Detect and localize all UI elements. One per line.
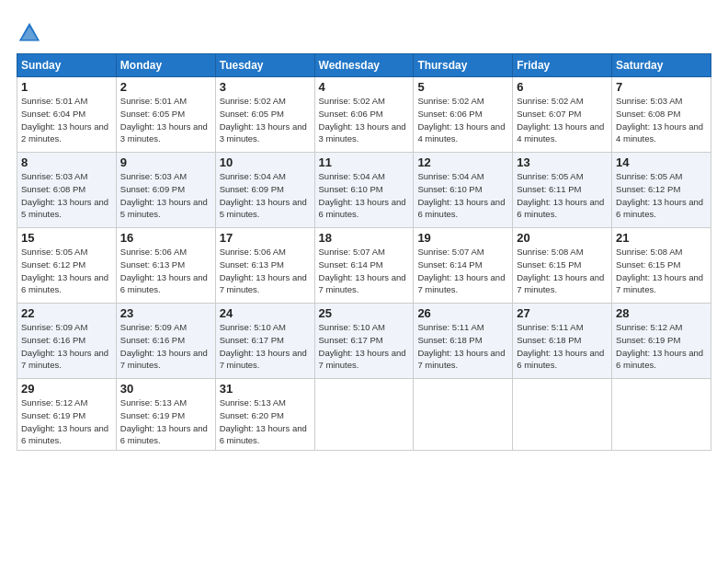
day-detail: Sunrise: 5:07 AMSunset: 6:14 PMDaylight:… (319, 246, 410, 296)
col-header-friday: Friday (513, 54, 612, 77)
day-cell: 18Sunrise: 5:07 AMSunset: 6:14 PMDayligh… (314, 228, 414, 304)
day-number: 29 (21, 382, 112, 396)
day-cell (414, 379, 513, 451)
calendar-table: SundayMondayTuesdayWednesdayThursdayFrid… (17, 53, 711, 451)
day-detail: Sunrise: 5:10 AMSunset: 6:17 PMDaylight:… (220, 321, 311, 372)
day-cell: 6Sunrise: 5:02 AMSunset: 6:07 PMDaylight… (513, 77, 612, 153)
day-cell: 25Sunrise: 5:10 AMSunset: 6:17 PMDayligh… (314, 304, 414, 379)
day-number: 30 (120, 382, 211, 396)
day-cell: 3Sunrise: 5:02 AMSunset: 6:05 PMDaylight… (215, 77, 314, 153)
day-detail: Sunrise: 5:01 AMSunset: 6:04 PMDaylight:… (21, 95, 112, 145)
day-number: 26 (417, 306, 508, 320)
day-detail: Sunrise: 5:04 AMSunset: 6:09 PMDaylight:… (220, 170, 311, 221)
day-number: 8 (21, 155, 112, 169)
day-cell: 7Sunrise: 5:03 AMSunset: 6:08 PMDaylight… (612, 77, 711, 153)
day-cell: 26Sunrise: 5:11 AMSunset: 6:18 PMDayligh… (414, 304, 513, 379)
day-number: 14 (616, 155, 707, 169)
day-number: 23 (120, 306, 211, 320)
day-cell: 10Sunrise: 5:04 AMSunset: 6:09 PMDayligh… (215, 153, 314, 228)
day-number: 13 (517, 155, 608, 169)
day-cell: 2Sunrise: 5:01 AMSunset: 6:05 PMDaylight… (116, 77, 215, 153)
day-detail: Sunrise: 5:05 AMSunset: 6:12 PMDaylight:… (21, 246, 112, 296)
day-detail: Sunrise: 5:02 AMSunset: 6:07 PMDaylight:… (517, 95, 608, 145)
day-detail: Sunrise: 5:05 AMSunset: 6:12 PMDaylight:… (616, 170, 707, 221)
day-number: 28 (616, 306, 707, 320)
day-detail: Sunrise: 5:04 AMSunset: 6:10 PMDaylight:… (417, 170, 508, 221)
page: SundayMondayTuesdayWednesdayThursdayFrid… (0, 0, 728, 563)
day-detail: Sunrise: 5:12 AMSunset: 6:19 PMDaylight:… (21, 396, 112, 447)
day-number: 21 (616, 231, 707, 245)
day-detail: Sunrise: 5:03 AMSunset: 6:08 PMDaylight:… (616, 95, 707, 145)
day-cell: 4Sunrise: 5:02 AMSunset: 6:06 PMDaylight… (314, 77, 414, 153)
day-cell: 14Sunrise: 5:05 AMSunset: 6:12 PMDayligh… (612, 153, 711, 228)
day-number: 16 (120, 231, 211, 245)
day-cell (612, 379, 711, 451)
day-number: 7 (616, 80, 707, 94)
logo-icon (17, 20, 42, 46)
day-cell: 24Sunrise: 5:10 AMSunset: 6:17 PMDayligh… (215, 304, 314, 379)
day-detail: Sunrise: 5:03 AMSunset: 6:09 PMDaylight:… (120, 170, 211, 221)
day-cell: 5Sunrise: 5:02 AMSunset: 6:06 PMDaylight… (414, 77, 513, 153)
day-detail: Sunrise: 5:02 AMSunset: 6:06 PMDaylight:… (417, 95, 508, 145)
day-cell: 13Sunrise: 5:05 AMSunset: 6:11 PMDayligh… (513, 153, 612, 228)
day-cell: 19Sunrise: 5:07 AMSunset: 6:14 PMDayligh… (414, 228, 513, 304)
day-number: 24 (220, 306, 311, 320)
header-row: SundayMondayTuesdayWednesdayThursdayFrid… (17, 54, 711, 77)
day-number: 22 (21, 306, 112, 320)
day-number: 20 (517, 231, 608, 245)
day-number: 10 (220, 155, 311, 169)
day-detail: Sunrise: 5:13 AMSunset: 6:20 PMDaylight:… (220, 396, 311, 447)
day-detail: Sunrise: 5:07 AMSunset: 6:14 PMDaylight:… (417, 246, 508, 296)
day-cell (513, 379, 612, 451)
day-cell: 20Sunrise: 5:08 AMSunset: 6:15 PMDayligh… (513, 228, 612, 304)
header (17, 17, 711, 46)
day-number: 19 (417, 231, 508, 245)
day-detail: Sunrise: 5:02 AMSunset: 6:06 PMDaylight:… (319, 95, 410, 145)
day-detail: Sunrise: 5:08 AMSunset: 6:15 PMDaylight:… (517, 246, 608, 296)
week-row-1: 1Sunrise: 5:01 AMSunset: 6:04 PMDaylight… (17, 77, 711, 153)
col-header-sunday: Sunday (17, 54, 117, 77)
day-detail: Sunrise: 5:03 AMSunset: 6:08 PMDaylight:… (21, 170, 112, 221)
day-number: 31 (220, 382, 311, 396)
day-number: 9 (120, 155, 211, 169)
week-row-3: 15Sunrise: 5:05 AMSunset: 6:12 PMDayligh… (17, 228, 711, 304)
day-number: 4 (319, 80, 410, 94)
day-detail: Sunrise: 5:09 AMSunset: 6:16 PMDaylight:… (21, 321, 112, 372)
day-detail: Sunrise: 5:06 AMSunset: 6:13 PMDaylight:… (120, 246, 211, 296)
day-detail: Sunrise: 5:05 AMSunset: 6:11 PMDaylight:… (517, 170, 608, 221)
day-number: 27 (517, 306, 608, 320)
col-header-thursday: Thursday (414, 54, 513, 77)
day-number: 11 (319, 155, 410, 169)
day-detail: Sunrise: 5:13 AMSunset: 6:19 PMDaylight:… (120, 396, 211, 447)
col-header-wednesday: Wednesday (314, 54, 414, 77)
day-cell: 31Sunrise: 5:13 AMSunset: 6:20 PMDayligh… (215, 379, 314, 451)
day-cell: 28Sunrise: 5:12 AMSunset: 6:19 PMDayligh… (612, 304, 711, 379)
day-number: 15 (21, 231, 112, 245)
day-cell: 21Sunrise: 5:08 AMSunset: 6:15 PMDayligh… (612, 228, 711, 304)
day-cell: 27Sunrise: 5:11 AMSunset: 6:18 PMDayligh… (513, 304, 612, 379)
day-cell: 23Sunrise: 5:09 AMSunset: 6:16 PMDayligh… (116, 304, 215, 379)
day-number: 2 (120, 80, 211, 94)
day-number: 5 (417, 80, 508, 94)
day-number: 1 (21, 80, 112, 94)
day-cell: 9Sunrise: 5:03 AMSunset: 6:09 PMDaylight… (116, 153, 215, 228)
day-detail: Sunrise: 5:11 AMSunset: 6:18 PMDaylight:… (517, 321, 608, 372)
day-cell: 15Sunrise: 5:05 AMSunset: 6:12 PMDayligh… (17, 228, 117, 304)
day-cell: 16Sunrise: 5:06 AMSunset: 6:13 PMDayligh… (116, 228, 215, 304)
day-cell (314, 379, 414, 451)
day-number: 6 (517, 80, 608, 94)
day-cell: 1Sunrise: 5:01 AMSunset: 6:04 PMDaylight… (17, 77, 117, 153)
day-cell: 30Sunrise: 5:13 AMSunset: 6:19 PMDayligh… (116, 379, 215, 451)
day-cell: 22Sunrise: 5:09 AMSunset: 6:16 PMDayligh… (17, 304, 117, 379)
day-detail: Sunrise: 5:12 AMSunset: 6:19 PMDaylight:… (616, 321, 707, 372)
week-row-5: 29Sunrise: 5:12 AMSunset: 6:19 PMDayligh… (17, 379, 711, 451)
day-cell: 11Sunrise: 5:04 AMSunset: 6:10 PMDayligh… (314, 153, 414, 228)
col-header-monday: Monday (116, 54, 215, 77)
day-number: 25 (319, 306, 410, 320)
day-number: 17 (220, 231, 311, 245)
day-detail: Sunrise: 5:01 AMSunset: 6:05 PMDaylight:… (120, 95, 211, 145)
day-cell: 17Sunrise: 5:06 AMSunset: 6:13 PMDayligh… (215, 228, 314, 304)
day-cell: 29Sunrise: 5:12 AMSunset: 6:19 PMDayligh… (17, 379, 117, 451)
day-detail: Sunrise: 5:10 AMSunset: 6:17 PMDaylight:… (319, 321, 410, 372)
logo (17, 20, 45, 46)
